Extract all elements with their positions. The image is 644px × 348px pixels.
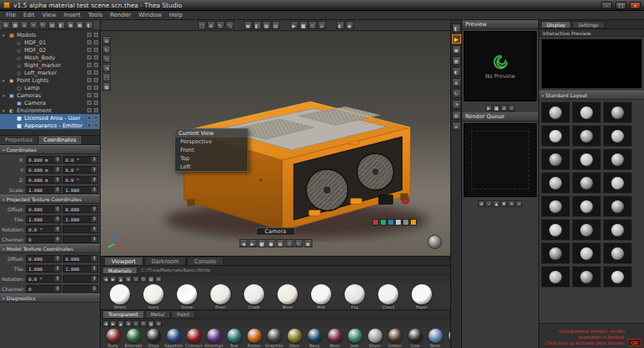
value-spinbox[interactable]: 1.000	[63, 186, 98, 194]
view-tool-icon[interactable]: ▣	[244, 21, 252, 29]
enable-checkbox[interactable]	[94, 116, 98, 120]
expander-icon[interactable]: ▾	[3, 33, 8, 38]
value-spinbox[interactable]	[63, 285, 98, 293]
viewport-bottom-tool-icon[interactable]: ↻	[294, 239, 303, 247]
browser-tool-icon[interactable]: ▦	[148, 276, 154, 283]
value-spinbox[interactable]	[63, 236, 98, 243]
scene-tool-icon[interactable]: ↻	[39, 21, 47, 29]
viewport-3d[interactable]: ⊕↻◹◔□▦ Current View PerspectiveFrontTopL…	[101, 31, 450, 256]
tree-row[interactable]: ◇ MDF_01	[0, 39, 100, 46]
tree-row[interactable]: ○ Lamp	[0, 84, 100, 91]
enable-checkbox[interactable]	[94, 93, 98, 97]
scene-tool-icon[interactable]: ×	[29, 21, 38, 29]
tree-row[interactable]: ▾ ▦ Models	[0, 31, 100, 39]
scene-tool-icon[interactable]: ⊕	[2, 21, 10, 29]
viewport-bottom-tool-icon[interactable]: ▦	[276, 239, 284, 247]
menu-item[interactable]: Edit	[23, 12, 35, 18]
browser-tool-icon[interactable]: ↻	[140, 320, 147, 327]
viewport-side-tool-icon[interactable]: ⊕	[102, 36, 111, 44]
material-item[interactable]: Steel	[426, 329, 444, 348]
material-item[interactable]: Wine	[325, 329, 344, 348]
color-swatch-button[interactable]	[380, 219, 387, 226]
expander-icon[interactable]: ▾	[3, 78, 8, 83]
material-item[interactable]: Fog	[339, 284, 371, 309]
tree-row[interactable]: ◇ MDF_02	[0, 46, 100, 54]
browser-tool-icon[interactable]: ↻	[140, 276, 147, 283]
expander-icon[interactable]: ▾	[3, 108, 8, 113]
scene-tool-icon[interactable]: ≡	[20, 21, 29, 29]
material-item[interactable]: Onyx	[144, 329, 163, 348]
layout-thumbnail[interactable]	[603, 266, 632, 288]
browser-tool-icon[interactable]: ×	[132, 276, 139, 283]
browser-tool-icon[interactable]: ▲	[117, 276, 124, 283]
material-item[interactable]: Pearl	[205, 284, 236, 309]
material-item[interactable]: Milk	[305, 284, 337, 309]
menu-item[interactable]: Insert	[64, 12, 80, 18]
value-spinbox[interactable]: 0.0 °	[63, 176, 98, 184]
tree-row[interactable]: ◇ Left_marker	[0, 69, 100, 76]
layout-thumbnail[interactable]	[572, 101, 601, 123]
context-menu-item[interactable]: Perspective	[175, 138, 247, 146]
minimize-button[interactable]: –	[601, 2, 612, 9]
enable-checkbox[interactable]	[94, 108, 98, 112]
layout-thumbnail[interactable]	[572, 172, 601, 194]
tree-row[interactable]: ▾ ◐ Environment	[0, 106, 100, 114]
material-item[interactable]: Paper	[406, 284, 438, 309]
layout-thumbnail[interactable]	[572, 148, 601, 170]
queue-tool-icon[interactable]: ≡	[508, 200, 515, 207]
layout-header[interactable]: Standard Layout	[539, 91, 644, 100]
transform-tool-icon[interactable]: □	[198, 21, 206, 29]
value-spinbox[interactable]	[63, 275, 98, 283]
value-spinbox[interactable]: 0.000 m	[26, 166, 61, 174]
value-spinbox[interactable]: 0.0 °	[26, 226, 61, 233]
material-item[interactable]: Ivory	[138, 284, 169, 309]
darkroom-tab[interactable]: Settings	[572, 21, 605, 29]
material-item[interactable]: Umber	[386, 329, 404, 348]
tree-row[interactable]: ◇ Mesh_Body	[0, 54, 100, 61]
viewport-bottom-tool-icon[interactable]: ●	[267, 239, 275, 247]
enable-checkbox[interactable]	[94, 123, 98, 127]
warning-ok-button[interactable]: OK	[627, 339, 641, 346]
viewport-tab[interactable]: Darkroom	[144, 257, 186, 265]
enable-checkbox[interactable]	[94, 63, 98, 67]
queue-tool-icon[interactable]: ▼	[501, 200, 507, 207]
enable-checkbox[interactable]	[94, 48, 98, 52]
properties-tab[interactable]: Coordinates	[39, 136, 82, 144]
viewport-side-tool-icon[interactable]: ◔	[102, 64, 111, 72]
material-item[interactable]: Ruby	[104, 329, 122, 348]
value-spinbox[interactable]	[63, 226, 98, 233]
scene-tool-icon[interactable]: ◉	[66, 21, 75, 29]
viewport-side-tool-icon[interactable]: ◹	[102, 55, 111, 63]
enable-checkbox[interactable]	[94, 86, 98, 90]
browser-tool-icon[interactable]: ⊕	[125, 320, 132, 327]
section-header-projected-uv[interactable]: Projected Texture Coordinates	[0, 195, 100, 204]
color-swatch-button[interactable]	[387, 219, 394, 226]
menu-item[interactable]: Render	[110, 12, 131, 18]
viewport-side-tool-icon[interactable]: ↻	[102, 45, 111, 54]
scene-tool-icon[interactable]: ▦	[11, 21, 19, 29]
material-item[interactable]: Navy	[305, 329, 324, 348]
interactive-preview-box[interactable]	[541, 39, 642, 89]
layout-thumbnail[interactable]	[541, 266, 570, 288]
browser-tool-icon[interactable]: ≡	[155, 276, 162, 283]
layout-thumbnail[interactable]	[541, 172, 570, 194]
layout-thumbnail[interactable]	[541, 242, 570, 264]
viewport-bottom-tool-icon[interactable]: ▣	[304, 239, 312, 247]
material-item[interactable]: Chalk	[238, 284, 270, 309]
render-tool-icon[interactable]: ▶	[290, 21, 299, 29]
transform-tool-icon[interactable]: ⊕	[207, 21, 216, 29]
viewport-tab[interactable]: Viewport	[104, 257, 143, 265]
mode-button[interactable]: ▣	[452, 45, 461, 55]
scene-tool-icon[interactable]: ◧	[57, 21, 65, 29]
material-item[interactable]: Bone	[272, 284, 304, 309]
preview-tool-icon[interactable]: ▶	[486, 105, 492, 112]
value-spinbox[interactable]: 0	[26, 236, 61, 243]
viewport-side-tool-icon[interactable]: □	[102, 73, 111, 81]
visibility-checkbox[interactable]	[87, 101, 91, 105]
browser-tab[interactable]: Paint	[171, 310, 195, 319]
value-spinbox[interactable]: 0.000 m	[26, 176, 61, 184]
properties-tab[interactable]: Properties	[0, 136, 39, 144]
color-swatch-button[interactable]	[395, 219, 402, 226]
scene-tool-icon[interactable]: ▤	[48, 21, 56, 29]
visibility-checkbox[interactable]	[87, 48, 91, 52]
